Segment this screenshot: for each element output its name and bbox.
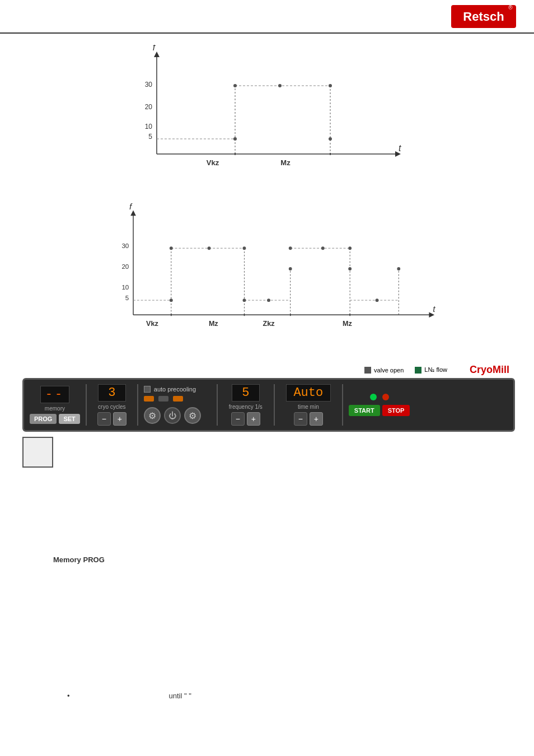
cryo-cycles-section: 3 cryo cycles − + <box>92 384 132 426</box>
svg-point-50 <box>243 298 246 302</box>
svg-marker-5 <box>154 52 160 57</box>
divider-2 <box>137 384 138 426</box>
svg-point-48 <box>208 246 211 250</box>
panel-body: -- memory PROG SET 3 cryo cycles − + aut… <box>22 378 515 432</box>
svg-text:20: 20 <box>121 263 129 270</box>
svg-text:30: 30 <box>121 242 129 249</box>
divider-3 <box>217 384 218 426</box>
green-indicator-dot <box>370 394 377 400</box>
svg-text:Vkz: Vkz <box>207 158 219 167</box>
svg-point-18 <box>233 84 237 87</box>
valve-open-legend: valve open <box>364 367 404 374</box>
precooling-checkbox[interactable] <box>144 386 151 393</box>
svg-point-17 <box>233 137 237 141</box>
header: Retsch ® <box>0 0 534 34</box>
bottom-text: • until " " <box>67 692 191 700</box>
frequency-label: frequency 1/s <box>229 404 263 410</box>
start-button[interactable]: START <box>349 405 380 416</box>
svg-point-21 <box>329 137 332 141</box>
valve-open-box <box>364 367 371 374</box>
svg-text:Retsch: Retsch <box>463 10 504 24</box>
precooling-section: auto precooling ⚙ ⏻ ⚙ <box>144 384 211 426</box>
panel-top-bar: valve open LN₂ flow CryoMill <box>22 364 515 378</box>
svg-text:Mz: Mz <box>343 320 352 328</box>
memory-btn-row: PROG SET <box>30 414 80 424</box>
svg-point-51 <box>267 298 270 302</box>
precooling-text: auto precooling <box>154 386 196 393</box>
frequency-section: 5 frequency 1/s − + <box>223 384 268 426</box>
svg-text:Mz: Mz <box>209 320 218 328</box>
svg-text:Zkz: Zkz <box>263 320 275 328</box>
indicator-3 <box>173 396 183 402</box>
frequency-plus-button[interactable]: + <box>247 412 260 426</box>
gear-left-button[interactable]: ⚙ <box>144 407 161 424</box>
precooling-btn-row: ⚙ ⏻ ⚙ <box>144 407 201 424</box>
svg-point-49 <box>243 246 246 250</box>
until-text: until " " <box>169 692 191 700</box>
svg-text:10: 10 <box>145 123 153 130</box>
cryo-cycles-display: 3 <box>98 384 126 402</box>
svg-text:10: 10 <box>121 283 129 291</box>
divider-4 <box>274 384 275 426</box>
indicator-row <box>144 396 183 402</box>
svg-point-20 <box>329 84 332 87</box>
control-panel-wrapper: valve open LN₂ flow CryoMill -- memory P… <box>22 364 515 432</box>
frequency-btn-row: − + <box>231 412 260 426</box>
svg-point-53 <box>289 246 292 250</box>
frequency-minus-button[interactable]: − <box>231 412 245 426</box>
time-section: Auto time min − + <box>280 384 336 426</box>
svg-text:20: 20 <box>145 103 153 111</box>
svg-text:5: 5 <box>125 294 129 301</box>
divider-5 <box>342 384 343 426</box>
svg-text:t: t <box>433 304 435 314</box>
precooling-label: auto precooling <box>144 386 196 393</box>
frequency-display: 5 <box>232 384 260 402</box>
svg-marker-28 <box>130 210 136 216</box>
retsch-logo: Retsch ® <box>450 4 517 29</box>
time-label: time min <box>298 404 319 410</box>
svg-point-46 <box>170 298 173 302</box>
ln2-flow-legend: LN₂ flow <box>415 366 447 374</box>
svg-point-55 <box>348 246 352 250</box>
time-btn-row: − + <box>294 412 323 426</box>
svg-point-56 <box>348 267 352 270</box>
stop-button[interactable]: STOP <box>382 405 410 416</box>
divider-1 <box>86 384 87 426</box>
memory-section: -- memory PROG SET <box>30 384 80 426</box>
cryo-cycles-minus-button[interactable]: − <box>97 412 111 426</box>
time-display: Auto <box>286 384 331 402</box>
svg-point-58 <box>397 267 400 270</box>
svg-text:30: 30 <box>145 81 153 88</box>
brand-label: CryoMill <box>470 364 509 376</box>
svg-text:t: t <box>399 143 401 153</box>
start-stop-btn-row: START STOP <box>349 405 410 416</box>
cryo-cycles-label: cryo cycles <box>98 404 125 410</box>
memory-prog-label: Memory PROG <box>53 555 105 565</box>
ln2-flow-box <box>415 367 421 374</box>
indicator-2 <box>158 396 168 402</box>
svg-text:Vkz: Vkz <box>146 320 158 328</box>
chart1: 30 20 10 5 f t Vkz Mz <box>123 45 403 174</box>
svg-text:f: f <box>153 45 156 52</box>
cryo-cycles-plus-button[interactable]: + <box>113 412 127 426</box>
cryo-cycles-btn-row: − + <box>97 412 127 426</box>
svg-point-47 <box>170 246 173 250</box>
small-box-diagram <box>22 437 53 468</box>
time-minus-button[interactable]: − <box>294 412 307 426</box>
svg-point-57 <box>376 298 379 302</box>
prog-button[interactable]: PROG <box>30 414 57 424</box>
svg-text:f: f <box>129 202 133 211</box>
status-dots <box>370 394 389 400</box>
bullet-point: • <box>67 692 70 700</box>
svg-text:Mz: Mz <box>280 158 291 167</box>
red-indicator-dot <box>382 394 389 400</box>
svg-point-52 <box>289 267 292 270</box>
start-stop-section: START STOP <box>349 384 410 426</box>
indicator-1 <box>144 396 154 402</box>
valve-open-label: valve open <box>374 367 404 374</box>
time-plus-button[interactable]: + <box>310 412 323 426</box>
svg-point-19 <box>278 84 282 87</box>
gear-right-button[interactable]: ⚙ <box>184 407 201 424</box>
set-button[interactable]: SET <box>59 414 79 424</box>
power-button[interactable]: ⏻ <box>164 407 181 424</box>
